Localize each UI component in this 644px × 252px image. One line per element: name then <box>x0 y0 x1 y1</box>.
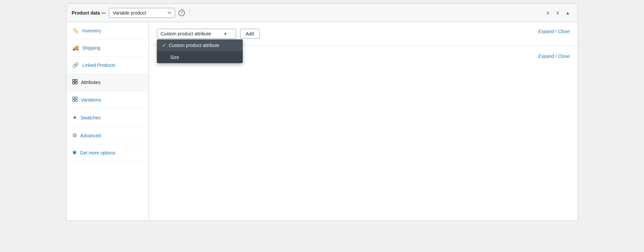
svg-rect-6 <box>73 100 75 102</box>
attribute-dropdown-menu: ✓ Custom product attribute Size <box>157 39 243 63</box>
attribute-select-chevron: ▾ <box>224 31 227 36</box>
inventory-icon: 🏷️ <box>72 27 79 34</box>
sidebar: 🏷️ Inventory 🚚 Shipping 🔗 Linked Product… <box>66 22 149 221</box>
svg-rect-1 <box>75 79 77 81</box>
sidebar-item-inventory-label: Inventory <box>82 28 101 33</box>
panel-title: Product data — <box>72 10 106 16</box>
expand-close-link-2[interactable]: Expand / Close <box>538 54 570 59</box>
header-nav-icons: ∧ ∨ ▴ <box>543 8 572 18</box>
sidebar-item-advanced[interactable]: ⚙ Advanced <box>66 127 149 144</box>
sidebar-item-linked-products-label: Linked Products <box>82 63 115 68</box>
variations-icon <box>72 97 78 103</box>
shipping-icon: 🚚 <box>72 45 79 51</box>
main-content: Custom product attribute ▾ ✓ Custom prod… <box>149 22 578 221</box>
advanced-icon: ⚙ <box>72 132 77 139</box>
expand-close-link-1[interactable]: Expand / Close <box>538 29 570 34</box>
product-type-select[interactable]: Variable product <box>109 8 175 18</box>
header-divider <box>190 9 190 17</box>
dropdown-item-custom[interactable]: ✓ Custom product attribute <box>157 39 243 51</box>
sidebar-item-shipping-label: Shipping <box>82 45 100 51</box>
sidebar-item-get-more-options-label: Get more options <box>80 150 115 155</box>
product-data-panel: Product data — Variable product ? ∧ ∨ ▴ … <box>66 3 578 221</box>
sidebar-item-swatches[interactable]: ✦ Swatches <box>66 109 149 127</box>
sidebar-item-attributes[interactable]: Attributes <box>66 74 149 91</box>
dropdown-item-custom-label: Custom product attribute <box>169 43 219 48</box>
svg-rect-2 <box>73 82 75 84</box>
nav-collapse-button[interactable]: ▴ <box>563 8 572 18</box>
svg-rect-5 <box>75 97 77 99</box>
attributes-icon <box>72 79 78 86</box>
add-button[interactable]: Add <box>240 29 260 39</box>
nav-up-button[interactable]: ∧ <box>543 8 553 18</box>
attribute-select-display[interactable]: Custom product attribute ▾ <box>157 29 236 39</box>
svg-rect-7 <box>75 100 77 102</box>
attributes-row-1: Custom product attribute ▾ ✓ Custom prod… <box>149 22 578 46</box>
panel-header: Product data — Variable product ? ∧ ∨ ▴ <box>66 4 578 22</box>
nav-down-button[interactable]: ∨ <box>553 8 562 18</box>
swatches-icon: ✦ <box>72 114 77 121</box>
sidebar-item-shipping[interactable]: 🚚 Shipping <box>66 39 149 57</box>
sidebar-item-variations-label: Variations <box>81 97 101 103</box>
check-mark-icon: ✓ <box>162 43 166 48</box>
svg-rect-4 <box>73 97 75 99</box>
attribute-select-value: Custom product attribute <box>161 31 211 36</box>
dropdown-item-size-label: Size <box>170 55 179 60</box>
sidebar-item-swatches-label: Swatches <box>81 115 101 120</box>
panel-body: 🏷️ Inventory 🚚 Shipping 🔗 Linked Product… <box>66 22 578 221</box>
get-more-options-icon: ✱ <box>72 149 77 156</box>
linked-products-icon: 🔗 <box>72 62 79 68</box>
dropdown-item-size[interactable]: Size <box>157 51 243 63</box>
sidebar-item-inventory[interactable]: 🏷️ Inventory <box>66 22 149 39</box>
sidebar-item-variations[interactable]: Variations <box>66 91 149 109</box>
svg-rect-0 <box>73 79 75 81</box>
sidebar-item-advanced-label: Advanced <box>80 133 101 138</box>
attribute-dropdown-wrapper: Custom product attribute ▾ ✓ Custom prod… <box>157 29 236 39</box>
sidebar-item-get-more-options[interactable]: ✱ Get more options <box>66 144 149 161</box>
sidebar-item-attributes-label: Attributes <box>81 80 100 85</box>
sidebar-item-linked-products[interactable]: 🔗 Linked Products <box>66 57 149 74</box>
svg-rect-3 <box>75 82 77 84</box>
help-icon[interactable]: ? <box>178 10 185 16</box>
